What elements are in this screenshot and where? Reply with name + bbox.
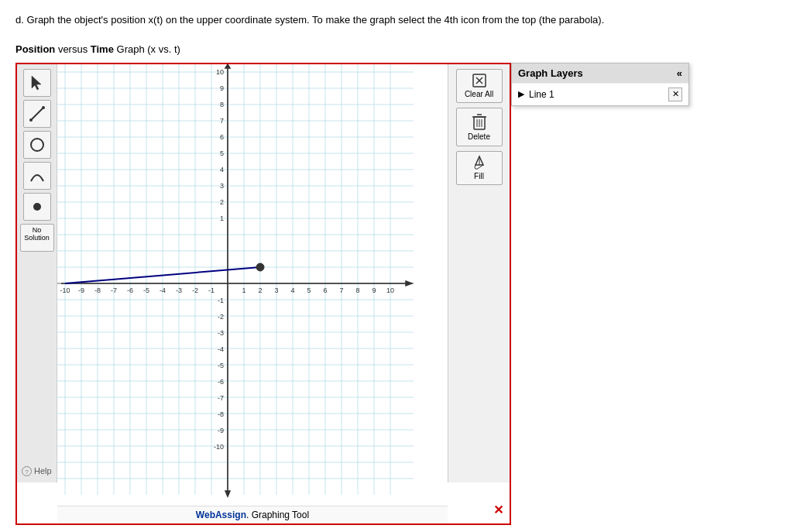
svg-text:-4: -4 [160,287,166,294]
help-icon: ? [22,466,32,476]
svg-text:2: 2 [220,198,224,206]
no-solution-button[interactable]: NoSolution [20,224,54,252]
svg-text:1: 1 [242,287,245,294]
svg-point-3 [42,106,45,109]
layers-collapse-button[interactable]: « [677,67,682,79]
svg-text:8: 8 [220,101,224,108]
layer-expand-icon[interactable]: ▶ [518,89,524,99]
svg-text:-9: -9 [218,427,224,434]
help-label: Help [34,466,52,475]
svg-marker-59 [225,491,230,496]
svg-text:-10: -10 [214,443,224,451]
help-button[interactable]: ? Help [22,466,52,476]
svg-text:1: 1 [220,215,224,222]
svg-point-2 [29,118,33,122]
webassign-brand: WebAssign [196,510,246,520]
fill-label: Fill [474,171,484,181]
svg-text:3: 3 [274,287,278,294]
svg-marker-0 [32,76,41,90]
svg-text:-10: -10 [60,287,70,294]
parabola-icon [29,167,46,184]
svg-text:-6: -6 [218,378,224,386]
svg-text:-8: -8 [94,287,101,294]
svg-text:10: 10 [216,68,224,76]
svg-text:8: 8 [355,287,359,294]
svg-text:-6: -6 [127,287,133,294]
title-time: Time [91,43,114,55]
svg-text:6: 6 [323,287,327,294]
svg-text:-1: -1 [208,287,215,294]
svg-line-1 [31,108,43,120]
svg-text:2: 2 [258,287,262,294]
svg-text:-2: -2 [218,313,224,321]
svg-text:-8: -8 [218,410,224,418]
title-position: Position [15,43,55,55]
layers-header: Graph Layers « [512,63,688,83]
fill-icon [471,154,488,171]
layer-name-line1: Line 1 [529,89,664,100]
graph-outer-container: NoSolution ? Help [15,63,511,525]
circle-tool-button[interactable] [23,131,51,159]
coordinate-graph[interactable]: -10 -9 -8 -7 -6 -5 -4 -3 -2 -1 1 2 3 4 [57,64,414,506]
svg-text:-3: -3 [218,329,224,337]
svg-text:-3: -3 [176,287,182,294]
svg-text:4: 4 [290,287,294,294]
delete-button[interactable]: Delete [456,108,503,146]
left-toolbar: NoSolution ? Help [17,64,57,482]
dot-icon [29,198,46,215]
graphing-tool-label: . Graphing Tool [246,510,309,520]
svg-text:-7: -7 [111,287,117,294]
svg-text:-4: -4 [218,345,224,353]
layers-title: Graph Layers [518,67,583,79]
instruction-text: d. Graph the object's position x(t) on t… [15,12,778,28]
parabola-tool-button[interactable] [23,162,51,190]
circle-icon [29,136,46,153]
svg-text:-9: -9 [78,287,84,294]
graph-layers-panel: Graph Layers « ▶ Line 1 ✕ [511,63,689,106]
svg-text:3: 3 [220,182,224,190]
svg-text:-1: -1 [218,297,224,304]
svg-text:?: ? [25,469,29,475]
layer-row-line1: ▶ Line 1 ✕ [512,83,688,105]
graph-title: Position versus Time Graph (x vs. t) [15,43,778,55]
dot-tool-button[interactable] [23,193,51,221]
svg-point-101 [256,263,264,271]
svg-point-4 [31,139,43,151]
select-tool-button[interactable] [23,69,51,97]
line-tool-button[interactable] [23,100,51,128]
svg-text:9: 9 [220,84,224,92]
svg-text:5: 5 [307,287,311,294]
svg-text:-7: -7 [218,394,224,402]
svg-text:-2: -2 [192,287,198,294]
layer-delete-button[interactable]: ✕ [668,88,682,101]
svg-text:-5: -5 [218,362,224,369]
webassign-footer: WebAssign. Graphing Tool [57,506,448,523]
svg-text:7: 7 [339,287,343,294]
trash-icon [471,112,488,132]
right-panel: Clear All Delete [448,64,510,482]
no-solution-label: NoSolution [24,226,50,242]
line-icon [29,105,46,122]
svg-text:10: 10 [386,287,394,294]
svg-text:5: 5 [220,149,224,157]
svg-text:4: 4 [220,166,224,173]
svg-text:7: 7 [220,117,224,125]
svg-text:-5: -5 [143,287,149,294]
clear-all-label: Clear All [465,89,493,99]
delete-label: Delete [468,132,490,142]
fill-button[interactable]: Fill [456,151,503,185]
cursor-icon [29,74,46,91]
clear-all-icon [471,72,488,89]
clear-all-button[interactable]: Clear All [456,69,503,103]
graph-area[interactable]: -10 -9 -8 -7 -6 -5 -4 -3 -2 -1 1 2 3 4 [57,64,448,523]
svg-point-5 [33,203,41,211]
svg-text:9: 9 [372,287,376,294]
svg-text:6: 6 [220,133,224,141]
close-button[interactable]: ✕ [493,503,503,517]
